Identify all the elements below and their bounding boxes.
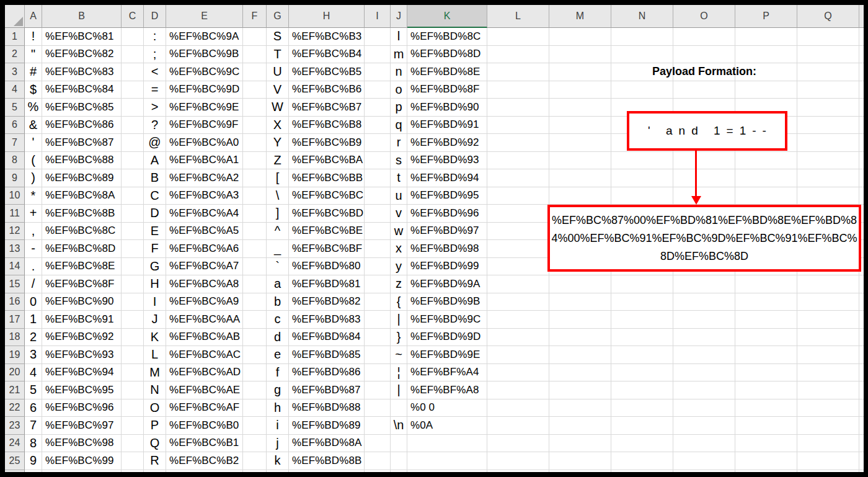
- cell-M21[interactable]: [549, 381, 611, 399]
- row-header-13[interactable]: 13: [5, 240, 25, 258]
- cell-E19[interactable]: %EF%BC%AC: [166, 346, 243, 364]
- cell-B12[interactable]: %EF%BC%8C: [42, 223, 122, 241]
- cell-J20[interactable]: ¦: [391, 364, 407, 382]
- cell-L3[interactable]: [487, 63, 549, 81]
- cell-O9[interactable]: [673, 169, 735, 187]
- cell-O21[interactable]: [673, 381, 735, 399]
- cell-C23[interactable]: [122, 417, 144, 435]
- cell-Q16[interactable]: [797, 293, 859, 311]
- cell-M7[interactable]: [549, 134, 611, 152]
- cell-J21[interactable]: |: [391, 381, 407, 399]
- cell-H22[interactable]: %EF%BD%88: [289, 399, 365, 417]
- row-header-9[interactable]: 9: [5, 169, 25, 187]
- cell-I19[interactable]: [365, 346, 391, 364]
- cell-K24[interactable]: [407, 435, 487, 453]
- column-header-P[interactable]: P: [735, 5, 797, 28]
- row-header-10[interactable]: 10: [5, 187, 25, 205]
- cell-B8[interactable]: %EF%BC%88: [42, 152, 122, 170]
- cell-A5[interactable]: %: [25, 99, 42, 117]
- cell-I4[interactable]: [365, 81, 391, 99]
- cell-J11[interactable]: v: [391, 205, 407, 223]
- cell-A3[interactable]: #: [25, 63, 42, 81]
- column-header-M[interactable]: M: [549, 5, 611, 28]
- column-header-K[interactable]: K: [407, 5, 487, 28]
- cell-G20[interactable]: f: [267, 364, 289, 382]
- cell-P16[interactable]: [735, 293, 797, 311]
- cell-G4[interactable]: V: [267, 81, 289, 99]
- cell-O10[interactable]: [673, 187, 735, 205]
- select-all-corner[interactable]: [5, 5, 25, 28]
- cell-D7[interactable]: @: [144, 134, 166, 152]
- cell-F17[interactable]: [243, 311, 267, 329]
- cell-A24[interactable]: 8: [25, 435, 42, 453]
- cell-K25[interactable]: [407, 452, 487, 470]
- cell-M20[interactable]: [549, 364, 611, 382]
- cell-K20[interactable]: %EF%BF%A4: [407, 364, 487, 382]
- row-header-15[interactable]: 15: [5, 275, 25, 293]
- cell-P1[interactable]: [735, 28, 797, 46]
- cell-H23[interactable]: %EF%BD%89: [289, 417, 365, 435]
- row-header-7[interactable]: 7: [5, 134, 25, 152]
- cell-L25[interactable]: [487, 452, 549, 470]
- cell-H11[interactable]: %EF%BC%BD: [289, 205, 365, 223]
- cell-D8[interactable]: A: [144, 152, 166, 170]
- cell-J3[interactable]: n: [391, 63, 407, 81]
- cell-J25[interactable]: [391, 452, 407, 470]
- row-header-11[interactable]: 11: [5, 205, 25, 223]
- cell-E13[interactable]: %EF%BC%A6: [166, 240, 243, 258]
- cell-partial[interactable]: [859, 293, 864, 311]
- cell-L12[interactable]: [487, 223, 549, 241]
- cell-A23[interactable]: 7: [25, 417, 42, 435]
- cell-J24[interactable]: [391, 435, 407, 453]
- cell-D22[interactable]: O: [144, 399, 166, 417]
- cell-Q15[interactable]: [797, 275, 859, 293]
- row-header-4[interactable]: 4: [5, 81, 25, 99]
- cell-M1[interactable]: [549, 28, 611, 46]
- cell-C17[interactable]: [122, 311, 144, 329]
- cell-H9[interactable]: %EF%BC%BB: [289, 169, 365, 187]
- cell-E16[interactable]: %EF%BC%A9: [166, 293, 243, 311]
- cell-P9[interactable]: [735, 169, 797, 187]
- cell-N26[interactable]: [611, 470, 673, 473]
- cell-N20[interactable]: [611, 364, 673, 382]
- cell-D9[interactable]: B: [144, 169, 166, 187]
- cell-J15[interactable]: z: [391, 275, 407, 293]
- cell-G13[interactable]: _: [267, 240, 289, 258]
- cell-G15[interactable]: a: [267, 275, 289, 293]
- cell-M26[interactable]: [549, 470, 611, 473]
- cell-J13[interactable]: x: [391, 240, 407, 258]
- cell-H20[interactable]: %EF%BD%86: [289, 364, 365, 382]
- cell-E2[interactable]: %EF%BC%9B: [166, 46, 243, 64]
- cell-F5[interactable]: [243, 99, 267, 117]
- cell-L20[interactable]: [487, 364, 549, 382]
- cell-F12[interactable]: [243, 223, 267, 241]
- cell-M9[interactable]: [549, 169, 611, 187]
- cell-N2[interactable]: [611, 46, 673, 64]
- cell-B22[interactable]: %EF%BC%96: [42, 399, 122, 417]
- cell-F16[interactable]: [243, 293, 267, 311]
- cell-L14[interactable]: [487, 258, 549, 276]
- cell-J18[interactable]: }: [391, 329, 407, 347]
- column-header-partial[interactable]: [859, 5, 864, 28]
- cell-P22[interactable]: [735, 399, 797, 417]
- cell-L21[interactable]: [487, 381, 549, 399]
- cell-C12[interactable]: [122, 223, 144, 241]
- cell-B26[interactable]: [42, 470, 122, 473]
- cell-F6[interactable]: [243, 117, 267, 135]
- cell-E1[interactable]: %EF%BC%9A: [166, 28, 243, 46]
- cell-I15[interactable]: [365, 275, 391, 293]
- cell-H13[interactable]: %EF%BC%BF: [289, 240, 365, 258]
- cell-C21[interactable]: [122, 381, 144, 399]
- cell-N24[interactable]: [611, 435, 673, 453]
- cell-P8[interactable]: [735, 152, 797, 170]
- cell-I8[interactable]: [365, 152, 391, 170]
- cell-H8[interactable]: %EF%BC%BA: [289, 152, 365, 170]
- cell-J7[interactable]: r: [391, 134, 407, 152]
- cell-L2[interactable]: [487, 46, 549, 64]
- cell-partial[interactable]: [859, 152, 864, 170]
- cell-F19[interactable]: [243, 346, 267, 364]
- cell-I3[interactable]: [365, 63, 391, 81]
- cell-N9[interactable]: [611, 169, 673, 187]
- cell-K14[interactable]: %EF%BD%99: [407, 258, 487, 276]
- cell-D10[interactable]: C: [144, 187, 166, 205]
